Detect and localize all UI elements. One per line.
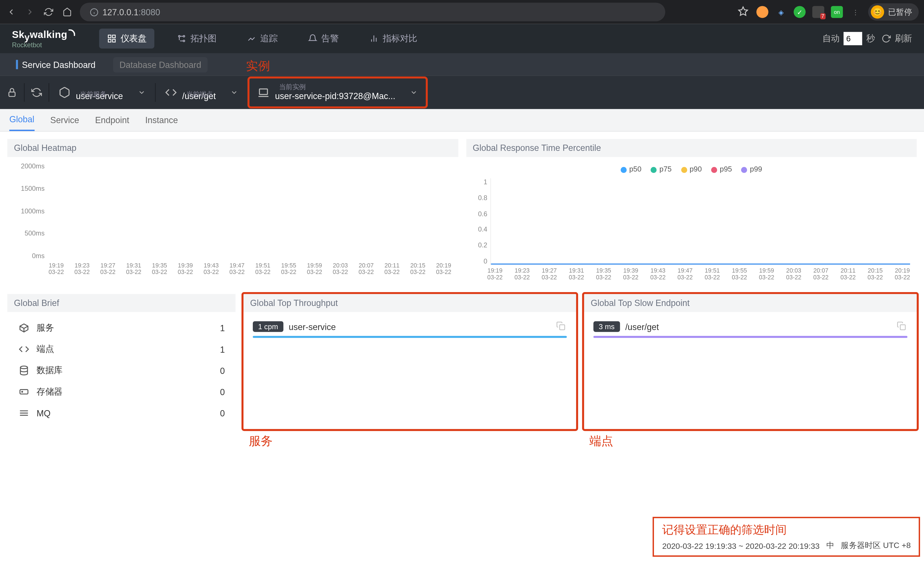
x-axis: 19:1903-2219:2303-2219:2703-2219:3103-22… bbox=[49, 262, 452, 275]
progress-bar bbox=[253, 336, 567, 338]
list-item[interactable]: 1 cpm user-service bbox=[250, 317, 570, 336]
address-bar[interactable]: 127.0.0.1:8080 bbox=[80, 3, 665, 21]
time-range[interactable]: 2020-03-22 19:19:33 ~ 2020-03-22 20:19:3… bbox=[662, 541, 819, 550]
avatar-icon: 😊 bbox=[871, 5, 884, 19]
annotation-instance: 实例 bbox=[246, 58, 270, 74]
db-icon bbox=[18, 364, 30, 376]
tab-instance[interactable]: Instance bbox=[145, 110, 178, 130]
tab-global[interactable]: Global bbox=[9, 109, 34, 131]
annotation-endpoint: 端点 bbox=[590, 433, 614, 449]
endpoint-selector[interactable]: 当前端点 /user/get bbox=[155, 84, 248, 101]
laptop-icon bbox=[258, 87, 270, 99]
svg-rect-15 bbox=[260, 89, 267, 94]
extension-icon[interactable] bbox=[756, 6, 768, 18]
brief-row: 端点 1 bbox=[14, 339, 229, 360]
nav-trace[interactable]: 追踪 bbox=[239, 28, 286, 48]
forward-icon[interactable] bbox=[24, 6, 36, 18]
seconds-input[interactable] bbox=[844, 32, 862, 45]
extension-icon[interactable]: ✓ bbox=[794, 6, 806, 18]
back-icon[interactable] bbox=[5, 6, 17, 18]
panel-title: Global Heatmap bbox=[8, 139, 458, 157]
endpoint-name: /user/get bbox=[626, 321, 891, 332]
selector-bar: 当前服务 user-service 当前端点 /user/get 当前实例 us… bbox=[0, 76, 924, 109]
panel-top-slow-endpoint: Global Top Slow Endpoint 3 ms /user/get … bbox=[584, 293, 918, 430]
svg-point-19 bbox=[22, 392, 22, 392]
progress-bar bbox=[593, 336, 907, 338]
scope-tabs: Global Service Endpoint Instance bbox=[0, 109, 924, 132]
svg-rect-18 bbox=[20, 390, 28, 394]
profile-paused[interactable]: 😊 已暂停 bbox=[868, 3, 919, 21]
panel-heatmap: Global Heatmap 2000ms1500ms1000ms500ms0m… bbox=[7, 138, 459, 287]
home-icon[interactable] bbox=[61, 6, 73, 18]
refresh-label[interactable]: 刷新 bbox=[895, 33, 912, 45]
logo: Skywalking Rocketbot bbox=[12, 29, 75, 48]
code-icon bbox=[165, 87, 177, 99]
refresh-icon[interactable] bbox=[882, 34, 891, 43]
chevron-down-icon bbox=[138, 88, 146, 96]
disk-icon bbox=[18, 386, 30, 398]
tab-database-dashboard[interactable]: Database Dashboard bbox=[112, 57, 208, 72]
svg-rect-7 bbox=[108, 39, 111, 42]
service-selector[interactable]: 当前服务 user-service bbox=[49, 84, 155, 101]
browser-chrome: 127.0.0.1:8080 ◈ ✓ 7 on ⋮ 😊 已暂停 bbox=[0, 0, 924, 24]
alarm-icon bbox=[308, 34, 317, 43]
topology-icon bbox=[177, 34, 186, 43]
panel-title: Global Top Throughput bbox=[243, 294, 576, 312]
dashboard-icon bbox=[107, 34, 117, 43]
brief-row: 数据库 0 bbox=[14, 360, 229, 381]
panel-percentile: Global Response Time Percentile p50p75p9… bbox=[465, 138, 918, 287]
server-timezone: 服务器时区 UTC +8 bbox=[841, 540, 911, 551]
paused-label: 已暂停 bbox=[888, 6, 912, 18]
copy-icon[interactable] bbox=[556, 321, 567, 332]
extension-icon[interactable]: on bbox=[831, 6, 843, 18]
code-icon bbox=[18, 344, 30, 355]
svg-point-17 bbox=[20, 366, 27, 369]
svg-rect-4 bbox=[108, 35, 111, 38]
dashboard-tab-row: Service Dashboard Database Dashboard bbox=[0, 53, 924, 76]
instance-selector[interactable]: 当前实例 user-service-pid:93728@Mac... bbox=[248, 77, 427, 108]
svg-rect-14 bbox=[9, 92, 15, 96]
list-item[interactable]: 3 ms /user/get bbox=[591, 317, 910, 336]
svg-marker-3 bbox=[739, 7, 747, 15]
compare-icon bbox=[369, 34, 379, 43]
annotation-time: 记得设置正确的筛选时间 bbox=[662, 522, 911, 537]
reload-selector-icon[interactable] bbox=[25, 80, 49, 105]
chevron-down-icon bbox=[410, 88, 418, 96]
nav-topology[interactable]: 拓扑图 bbox=[169, 28, 224, 48]
panel-global-brief: Global Brief 服务 1 端点 1 数据库 0 存储器 0 MQ 0 bbox=[7, 293, 236, 430]
annotation-service: 服务 bbox=[249, 433, 273, 449]
tab-service-dashboard[interactable]: Service Dashboard bbox=[9, 57, 102, 72]
cube-icon bbox=[58, 87, 70, 99]
nav-compare[interactable]: 指标对比 bbox=[361, 28, 425, 48]
svg-point-10 bbox=[183, 35, 184, 37]
url-text: 127.0.0.1:8080 bbox=[102, 7, 160, 17]
panel-title: Global Response Time Percentile bbox=[466, 139, 916, 157]
extension-icon[interactable]: ◈ bbox=[775, 6, 787, 18]
cube-icon bbox=[18, 322, 30, 334]
nav-dashboard[interactable]: 仪表盘 bbox=[99, 28, 154, 48]
seconds-unit: 秒 bbox=[866, 33, 875, 45]
svg-point-8 bbox=[178, 35, 180, 37]
auto-label: 自动 bbox=[822, 33, 840, 45]
svg-rect-6 bbox=[112, 39, 116, 42]
chart-legend: p50p75p90p95p99 bbox=[473, 162, 910, 178]
tz-badge: 中 bbox=[826, 540, 834, 551]
info-icon[interactable] bbox=[89, 8, 99, 17]
brief-row: MQ 0 bbox=[14, 402, 229, 424]
mq-icon bbox=[18, 407, 30, 419]
metric-badge: 3 ms bbox=[593, 321, 620, 332]
lock-icon[interactable] bbox=[0, 80, 24, 105]
tab-endpoint[interactable]: Endpoint bbox=[95, 110, 129, 130]
copy-icon[interactable] bbox=[897, 321, 908, 332]
reload-icon[interactable] bbox=[42, 6, 54, 18]
extension-icon[interactable]: ⋮ bbox=[849, 6, 861, 18]
extension-icon[interactable]: 7 bbox=[812, 6, 824, 18]
svg-rect-24 bbox=[900, 325, 905, 330]
y-axis: 10.80.60.40.20 bbox=[473, 178, 488, 265]
chevron-down-icon bbox=[230, 88, 238, 96]
tab-service[interactable]: Service bbox=[50, 110, 79, 130]
active-bar-icon bbox=[16, 60, 18, 69]
nav-alarm[interactable]: 告警 bbox=[300, 28, 347, 48]
bookmark-star-icon[interactable] bbox=[738, 6, 750, 18]
brief-row: 存储器 0 bbox=[14, 381, 229, 402]
